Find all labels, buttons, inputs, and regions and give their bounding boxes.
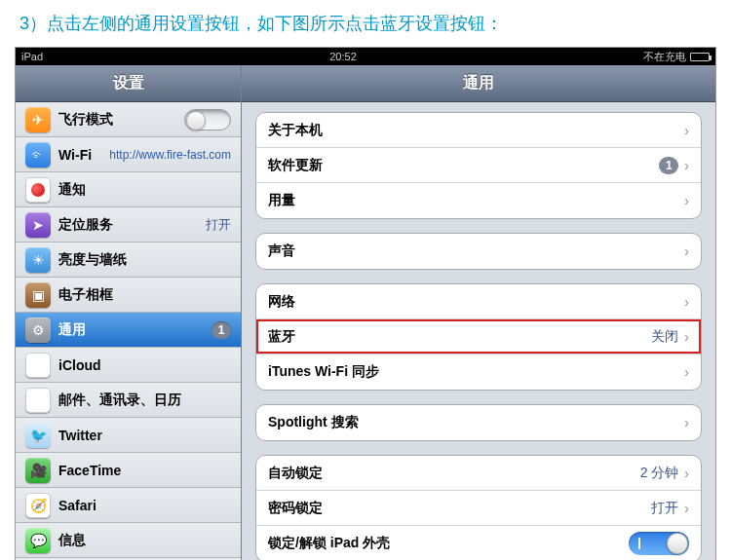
- sidebar-item-label: 邮件、通讯录、日历: [58, 392, 231, 409]
- cover-lock-toggle[interactable]: [629, 532, 689, 555]
- settings-row[interactable]: Spotlight 搜索›: [256, 405, 701, 440]
- chevron-right-icon: ›: [684, 123, 689, 138]
- chevron-right-icon: ›: [684, 294, 689, 310]
- settings-row[interactable]: iTunes Wi-Fi 同步›: [256, 355, 701, 390]
- sidebar-item-label: Twitter: [58, 428, 231, 443]
- sidebar-item-badge: 1: [212, 321, 231, 339]
- chevron-right-icon: ›: [684, 415, 689, 430]
- sidebar-item-label: 定位服务: [58, 216, 198, 234]
- sidebar-item-label: 通知: [58, 181, 231, 199]
- bluetooth-row[interactable]: 蓝牙关闭›: [256, 319, 701, 355]
- sidebar-item-icon: ▣: [25, 282, 51, 308]
- detail-title: 通用: [242, 65, 715, 102]
- settings-row[interactable]: 软件更新1›: [256, 148, 701, 183]
- settings-row[interactable]: 声音›: [256, 234, 701, 269]
- sidebar-item-icon: ☁: [25, 353, 51, 378]
- sidebar-item-5[interactable]: ▣电子相框: [16, 278, 241, 313]
- sidebar-item-12[interactable]: 💬信息: [16, 523, 241, 558]
- settings-row[interactable]: 自动锁定2 分钟›: [256, 456, 701, 491]
- sidebar-item-label: Wi-Fi: [58, 147, 101, 163]
- sidebar-item-icon: ✉: [25, 388, 51, 413]
- detail-pane: 通用 关于本机›软件更新1›用量›声音›网络›蓝牙关闭›iTunes Wi-Fi…: [242, 65, 715, 560]
- settings-row-value: 关闭: [651, 328, 678, 346]
- sidebar-item-label: 飞行模式: [58, 111, 176, 129]
- battery-icon: [690, 53, 710, 61]
- settings-row-label: 软件更新: [268, 157, 659, 174]
- sidebar-title: 设置: [16, 65, 241, 102]
- settings-row[interactable]: 锁定/解锁 iPad 外壳: [256, 526, 701, 560]
- settings-row[interactable]: 网络›: [256, 284, 701, 319]
- settings-row-label: 密码锁定: [268, 500, 651, 517]
- sidebar-item-1[interactable]: ᯤWi-Fihttp://www.fire-fast.com: [16, 137, 241, 172]
- sidebar-item-label: iCloud: [58, 357, 231, 373]
- settings-row-value: 打开: [651, 500, 678, 517]
- instruction-caption: 3）点击左侧的通用设置按钮，如下图所示点击蓝牙设置按钮：: [0, 0, 731, 47]
- sidebar-item-10[interactable]: 🎥FaceTime: [16, 453, 241, 488]
- sidebar-item-8[interactable]: ✉邮件、通讯录、日历: [16, 383, 241, 418]
- sidebar-item-icon: ᯤ: [25, 142, 51, 168]
- status-time: 20:52: [43, 51, 643, 62]
- settings-row[interactable]: 密码锁定打开›: [256, 491, 701, 526]
- sidebar-item-label: 亮度与墙纸: [58, 251, 231, 269]
- sidebar-item-9[interactable]: 🐦Twitter: [16, 418, 241, 453]
- sidebar-item-label: FaceTime: [58, 463, 231, 478]
- sidebar-item-label: 通用: [58, 321, 204, 339]
- settings-row-label: 关于本机: [268, 122, 684, 139]
- sidebar-item-link: http://www.fire-fast.com: [109, 148, 231, 162]
- sidebar-item-4[interactable]: ☀亮度与墙纸: [16, 243, 241, 278]
- sidebar-item-label: 信息: [58, 532, 231, 549]
- sidebar-item-icon: ➤: [25, 212, 51, 238]
- sidebar-item-icon: ☀: [25, 247, 51, 273]
- chevron-right-icon: ›: [684, 364, 689, 380]
- detail-scroll[interactable]: 关于本机›软件更新1›用量›声音›网络›蓝牙关闭›iTunes Wi-Fi 同步…: [242, 102, 715, 560]
- settings-row-badge: 1: [659, 157, 678, 174]
- settings-row-label: 锁定/解锁 iPad 外壳: [268, 535, 629, 552]
- battery-status-text: 不在充电: [643, 50, 686, 64]
- settings-row-label: 蓝牙: [268, 328, 651, 346]
- chevron-right-icon: ›: [684, 466, 689, 481]
- sidebar-item-icon: 🧭: [25, 493, 51, 518]
- settings-row-label: iTunes Wi-Fi 同步: [268, 363, 684, 381]
- sidebar: 设置 ✈飞行模式ᯤWi-Fihttp://www.fire-fast.com通知…: [16, 65, 242, 560]
- settings-row[interactable]: 关于本机›: [256, 113, 701, 148]
- sidebar-item-icon: 💬: [25, 528, 51, 553]
- sidebar-item-icon: 🎥: [25, 458, 51, 483]
- sidebar-item-0[interactable]: ✈飞行模式: [16, 102, 241, 137]
- settings-row-label: 自动锁定: [268, 465, 640, 482]
- airplane-mode-toggle[interactable]: [184, 109, 231, 131]
- settings-group: 声音›: [255, 233, 702, 270]
- sidebar-item-label: Safari: [58, 498, 231, 513]
- chevron-right-icon: ›: [684, 329, 689, 345]
- settings-group: 网络›蓝牙关闭›iTunes Wi-Fi 同步›: [255, 283, 702, 391]
- settings-row-label: 声音: [268, 243, 684, 260]
- sidebar-item-6[interactable]: ⚙通用1: [16, 313, 241, 348]
- settings-group: Spotlight 搜索›: [255, 404, 702, 441]
- sidebar-item-icon: 🐦: [25, 423, 51, 448]
- sidebar-item-3[interactable]: ➤定位服务打开: [16, 207, 241, 243]
- settings-group: 自动锁定2 分钟›密码锁定打开›锁定/解锁 iPad 外壳: [255, 455, 702, 560]
- status-bar: iPad 20:52 不在充电: [16, 48, 715, 65]
- settings-row[interactable]: 用量›: [256, 183, 701, 218]
- sidebar-item-2[interactable]: 通知: [16, 172, 241, 207]
- chevron-right-icon: ›: [684, 243, 689, 259]
- device-label: iPad: [21, 51, 43, 62]
- settings-row-value: 2 分钟: [640, 465, 679, 482]
- settings-group: 关于本机›软件更新1›用量›: [255, 112, 702, 219]
- sidebar-list[interactable]: ✈飞行模式ᯤWi-Fihttp://www.fire-fast.com通知➤定位…: [16, 102, 241, 560]
- sidebar-item-label: 电子相框: [58, 286, 231, 304]
- sidebar-item-11[interactable]: 🧭Safari: [16, 488, 241, 523]
- ipad-device: iPad 20:52 不在充电 设置 ✈飞行模式ᯤWi-Fihttp://www…: [15, 47, 716, 560]
- chevron-right-icon: ›: [684, 193, 689, 208]
- settings-row-label: Spotlight 搜索: [268, 414, 684, 431]
- sidebar-item-icon: ✈: [25, 107, 51, 132]
- sidebar-item-icon: ⚙: [25, 317, 51, 343]
- settings-row-label: 用量: [268, 192, 684, 209]
- settings-row-label: 网络: [268, 293, 684, 311]
- sidebar-item-7[interactable]: ☁iCloud: [16, 348, 241, 383]
- sidebar-item-icon: [25, 177, 51, 203]
- chevron-right-icon: ›: [684, 501, 689, 516]
- chevron-right-icon: ›: [684, 158, 689, 173]
- sidebar-item-value: 打开: [206, 216, 231, 234]
